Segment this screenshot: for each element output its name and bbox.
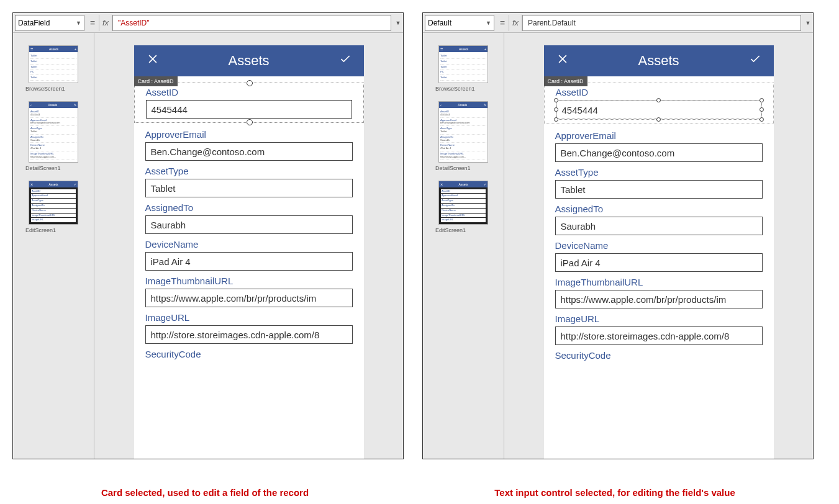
card-securitycode[interactable]: SecurityCode [145, 349, 353, 359]
property-name: DataField [18, 19, 50, 27]
field-label: ImageURL [555, 313, 763, 324]
field-label: AssetType [555, 167, 763, 178]
card-assignedto[interactable]: AssignedTo Saurabh [555, 204, 763, 235]
caption-right: Text input control selected, for editing… [410, 487, 820, 498]
card-imageurl[interactable]: ImageURL http://store.storeimages.cdn-ap… [555, 313, 763, 345]
card-approveremail[interactable]: ApproverEmail Ben.Change@contoso.com [145, 129, 353, 161]
thumb-detail[interactable]: ‹Assets✎ AssetID4545444 ApproverEmailben… [16, 101, 91, 178]
field-label: AssignedTo [145, 202, 353, 213]
right-pane: Default ▼ = fx Parent.Default ▼ ☰Assets+… [422, 12, 814, 459]
card-assignedto[interactable]: AssignedTo Saurabh [145, 202, 353, 234]
thumb-edit[interactable]: ✕Assets✓ AssetID ApproverEmail AssetType… [16, 181, 91, 240]
app-header: Assets [134, 45, 364, 76]
card-tag: Card : AssetID [134, 76, 178, 86]
chevron-down-icon: ▼ [486, 20, 491, 26]
card-assettype[interactable]: AssetType Tablet [145, 166, 353, 197]
fx-icon[interactable]: fx [509, 15, 522, 31]
equals-label: = [86, 18, 99, 28]
field-label: DeviceName [145, 239, 353, 250]
card-tag: Card : AssetID [544, 76, 587, 86]
field-label: AssetID [556, 87, 762, 97]
thumb-edit[interactable]: ✕Assets✓ AssetID ApproverEmail AssetType… [426, 181, 501, 240]
thumb-label: EditScreen1 [25, 227, 91, 233]
app-title: Assets [159, 53, 339, 69]
field-label: DeviceName [555, 240, 763, 251]
field-input[interactable]: 4545444 [146, 100, 352, 119]
field-label: SecurityCode [555, 350, 763, 361]
left-pane: DataField ▼ = fx "AssetID" ▼ ☰Assets+ Ta… [12, 12, 404, 459]
card-assetid[interactable]: AssetID 4545444 [134, 83, 364, 123]
field-input[interactable]: iPad Air 4 [145, 252, 353, 271]
card-assettype[interactable]: AssetType Tablet [555, 167, 763, 199]
card-devicename[interactable]: DeviceName iPad Air 4 [145, 239, 353, 271]
field-input[interactable]: http://store.storeimages.cdn-apple.com/8 [145, 325, 353, 344]
check-icon[interactable] [749, 53, 761, 69]
field-label: AssetID [146, 87, 352, 97]
chevron-down-icon: ▼ [76, 20, 81, 26]
thumb-label: BrowseScreen1 [435, 86, 501, 92]
field-input[interactable]: iPad Air 4 [555, 253, 763, 272]
formula-expand-icon[interactable]: ▼ [393, 20, 403, 26]
field-label: AssignedTo [555, 204, 763, 214]
app-header: Assets [544, 45, 774, 76]
formula-input[interactable]: "AssetID" [112, 15, 391, 31]
phone-preview[interactable]: Assets Card : AssetID AssetID 4545444 [544, 45, 774, 459]
check-icon[interactable] [339, 53, 351, 69]
formula-bar: DataField ▼ = fx "AssetID" ▼ [13, 13, 403, 33]
field-label: ImageThumbnailURL [145, 276, 353, 286]
fx-icon[interactable]: fx [99, 15, 112, 31]
thumb-label: BrowseScreen1 [25, 86, 91, 92]
thumb-label: DetailScreen1 [25, 165, 91, 171]
thumb-label: DetailScreen1 [435, 165, 501, 171]
field-label: ImageURL [145, 312, 353, 323]
card-approveremail[interactable]: ApproverEmail Ben.Change@contoso.com [555, 130, 763, 162]
phone-preview[interactable]: Assets Card : AssetID AssetID 4545444 Ap… [134, 45, 364, 459]
field-input[interactable]: Saurabh [555, 217, 763, 235]
card-imagethumbnailurl[interactable]: ImageThumbnailURL https://www.apple.com/… [555, 277, 763, 308]
screen-thumbnails: ☰Assets+ Tablet Tablet Tablet PC Tablet … [13, 33, 94, 459]
thumb-detail[interactable]: ‹Assets✎ AssetID4545444 ApproverEmailben… [426, 101, 501, 178]
field-input[interactable]: https://www.apple.com/br/pr/products/im [555, 290, 763, 308]
field-input[interactable]: 4545444 [556, 101, 761, 119]
canvas[interactable]: Assets Card : AssetID AssetID 4545444 Ap… [94, 33, 403, 459]
field-input[interactable]: Saurabh [145, 215, 353, 234]
field-label: ApproverEmail [555, 130, 763, 141]
property-dropdown[interactable]: DataField ▼ [15, 15, 84, 31]
field-input[interactable]: https://www.apple.com/br/pr/products/im [145, 289, 353, 307]
app-title: Assets [569, 53, 749, 69]
field-label: AssetType [145, 166, 353, 176]
caption-left: Card selected, used to edit a field of t… [0, 487, 410, 498]
property-dropdown[interactable]: Default ▼ [425, 15, 494, 31]
field-input[interactable]: Ben.Change@contoso.com [555, 143, 763, 162]
thumb-browse[interactable]: ☰Assets+ Tablet Tablet Tablet PC Tablet … [16, 45, 91, 98]
field-label: SecurityCode [145, 349, 353, 359]
field-label: ImageThumbnailURL [555, 277, 763, 287]
field-input[interactable]: Ben.Change@contoso.com [145, 142, 353, 161]
card-devicename[interactable]: DeviceName iPad Air 4 [555, 240, 763, 272]
property-name: Default [428, 19, 451, 27]
close-icon[interactable] [556, 53, 569, 69]
field-input[interactable]: Tablet [555, 180, 763, 199]
thumb-label: EditScreen1 [435, 227, 501, 233]
equals-label: = [496, 18, 509, 28]
screen-thumbnails: ☰Assets+ Tablet Tablet Tablet PC Tablet … [423, 33, 504, 459]
thumb-browse[interactable]: ☰Assets+ Tablet Tablet Tablet PC Tablet … [426, 45, 501, 98]
formula-input[interactable]: Parent.Default [522, 15, 801, 31]
close-icon[interactable] [147, 53, 159, 69]
formula-bar: Default ▼ = fx Parent.Default ▼ [423, 13, 813, 33]
card-imagethumbnailurl[interactable]: ImageThumbnailURL https://www.apple.com/… [145, 276, 353, 307]
text-input-selected[interactable]: 4545444 [556, 100, 762, 120]
card-assetid[interactable]: AssetID 4545444 [544, 83, 774, 124]
formula-expand-icon[interactable]: ▼ [803, 20, 813, 26]
field-input[interactable]: Tablet [145, 179, 353, 197]
card-imageurl[interactable]: ImageURL http://store.storeimages.cdn-ap… [145, 312, 353, 344]
field-input[interactable]: http://store.storeimages.cdn-apple.com/8 [555, 326, 763, 345]
canvas[interactable]: Assets Card : AssetID AssetID 4545444 [504, 33, 813, 459]
card-securitycode[interactable]: SecurityCode [555, 350, 763, 361]
field-label: ApproverEmail [145, 129, 353, 140]
